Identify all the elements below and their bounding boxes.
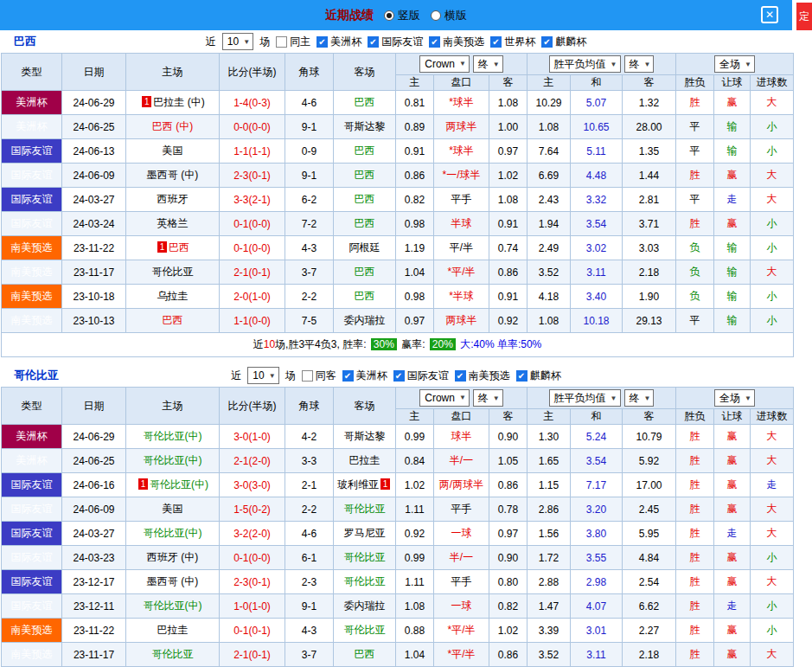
date-cell: 23-10-13 — [62, 309, 126, 333]
layout-radio-vertical[interactable]: 竖版 — [384, 8, 420, 23]
home-team-name[interactable]: 哥伦比亚 — [152, 266, 194, 278]
away-team-name[interactable]: 哥斯达黎 — [344, 120, 386, 132]
away-team-name[interactable]: 哥伦比亚 — [344, 575, 386, 587]
match-row: 国际友谊24-03-23西班牙 (中)0-1(0-0)6-1哥伦比亚0.99半/… — [2, 546, 794, 570]
col-let-result: 让球 — [714, 409, 751, 425]
competition-checkbox[interactable]: 国际友谊 — [393, 369, 449, 383]
away-team-name[interactable]: 巴西 — [355, 217, 375, 229]
away-team-name[interactable]: 哥伦比亚 — [344, 624, 386, 636]
avg-home-cell: 1.15 — [527, 473, 571, 497]
away-team-cell: 巴西 — [334, 188, 396, 212]
away-team-name[interactable]: 哥伦比亚 — [344, 551, 386, 563]
away-team-cell: 委内瑞拉 — [334, 594, 396, 619]
odds-stage-select[interactable]: 终▼ — [473, 55, 503, 73]
competition-checkbox[interactable]: 麒麟杯 — [541, 35, 586, 49]
away-team-name[interactable]: 委内瑞拉 — [344, 600, 386, 612]
score-cell: 2-1(2-0) — [220, 449, 285, 473]
home-team-name[interactable]: 西班牙 (中) — [147, 551, 198, 563]
competition-checkbox[interactable]: 麒麟杯 — [516, 369, 561, 383]
home-team-name[interactable]: 哥伦比亚(中) — [144, 454, 202, 466]
page-title: 近期战绩 — [325, 8, 374, 23]
close-icon[interactable]: ✕ — [761, 6, 778, 23]
away-team-name[interactable]: 巴拉圭 — [349, 454, 380, 466]
handicap-cell: 一球 — [434, 594, 489, 619]
home-team-name[interactable]: 哥伦比亚 — [152, 648, 194, 660]
same-venue-checkbox[interactable]: 同主 — [276, 35, 310, 49]
competition-type-cell: 国际友谊 — [2, 164, 62, 188]
chevron-down-icon: ▼ — [269, 372, 276, 380]
scope-select[interactable]: 全场▼ — [714, 55, 755, 73]
away-team-name[interactable]: 巴西 — [355, 290, 375, 302]
away-team-name[interactable]: 哥伦比亚 — [344, 503, 386, 515]
handicap-cell: 平手 — [434, 188, 489, 212]
goals-cell: 小 — [751, 309, 794, 333]
home-odds-cell: 1.11 — [396, 570, 434, 594]
competition-checkbox[interactable]: 世界杯 — [490, 35, 535, 49]
away-team-name[interactable]: 巴西 — [355, 144, 375, 157]
same-venue-checkbox[interactable]: 同客 — [302, 369, 336, 383]
away-team-cell: 哥伦比亚 — [334, 570, 396, 594]
avg-stage-select[interactable]: 终▼ — [624, 55, 655, 73]
checkbox-checked-icon — [316, 36, 328, 48]
away-odds-cell: 0.86 — [489, 260, 527, 285]
avg-away-cell: 10.79 — [623, 425, 676, 449]
home-team-name[interactable]: 哥伦比亚(中) — [144, 600, 202, 612]
home-team-name[interactable]: 巴拉圭 (中) — [153, 96, 204, 108]
result-cell: 胜 — [676, 522, 714, 546]
away-team-name[interactable]: 阿根廷 — [349, 241, 380, 253]
away-team-name[interactable]: 罗马尼亚 — [344, 527, 386, 539]
scope-select[interactable]: 全场▼ — [714, 389, 755, 407]
result-cell: 胜 — [676, 91, 714, 115]
layout-radio-horizontal[interactable]: 横版 — [431, 8, 467, 23]
side-floating-tab[interactable]: 定 — [796, 3, 812, 30]
match-count-select[interactable]: 10▼ — [247, 367, 278, 384]
competition-checkbox[interactable]: 南美预选 — [429, 35, 484, 49]
corner-cell: 6-2 — [285, 188, 334, 212]
avg-stage-select[interactable]: 终▼ — [624, 389, 655, 407]
home-team-name[interactable]: 哥伦比亚(中) — [144, 527, 202, 539]
away-team-name[interactable]: 巴西 — [355, 193, 375, 205]
avg-odds-select[interactable]: 胜平负均值▼ — [549, 55, 621, 73]
away-team-name[interactable]: 巴西 — [355, 96, 375, 108]
bookmaker-select[interactable]: Crown▼ — [419, 55, 470, 73]
home-team-name[interactable]: 美国 — [163, 144, 183, 157]
away-team-name[interactable]: 巴西 — [355, 169, 375, 181]
home-team-name[interactable]: 哥伦比亚(中) — [144, 430, 202, 442]
competition-type-cell: 国际友谊 — [2, 546, 62, 570]
home-team-name[interactable]: 巴西 — [163, 314, 183, 326]
goals-cell: 小 — [751, 285, 794, 309]
home-team-name[interactable]: 英格兰 — [157, 217, 189, 229]
home-team-name[interactable]: 巴西 — [169, 241, 189, 253]
odds-stage-select[interactable]: 终▼ — [473, 389, 503, 407]
match-count-select[interactable]: 10▼ — [222, 33, 253, 50]
home-team-name[interactable]: 乌拉圭 — [157, 290, 189, 302]
away-team-name[interactable]: 巴西 — [355, 266, 375, 278]
home-team-name[interactable]: 墨西哥 (中) — [147, 169, 198, 181]
home-team-name[interactable]: 墨西哥 (中) — [147, 575, 198, 587]
home-team-name[interactable]: 巴拉圭 — [157, 624, 189, 636]
checkbox-checked-icon — [342, 370, 354, 382]
avg-home-cell: 3.39 — [527, 619, 571, 643]
competition-checkbox[interactable]: 美洲杯 — [342, 369, 387, 383]
result-cell: 胜 — [676, 449, 714, 473]
bookmaker-select[interactable]: Crown▼ — [419, 389, 470, 407]
home-team-name[interactable]: 巴西 (中) — [152, 120, 193, 132]
away-team-name[interactable]: 玻利维亚 — [337, 478, 379, 491]
avg-odds-select[interactable]: 胜平负均值▼ — [549, 389, 621, 407]
home-odds-cell: 0.99 — [396, 546, 434, 570]
result-cell: 负 — [676, 285, 714, 309]
away-odds-cell: 0.82 — [489, 594, 527, 619]
result-cell: 胜 — [676, 619, 714, 643]
away-team-name[interactable]: 巴西 — [355, 648, 375, 660]
competition-checkbox[interactable]: 南美预选 — [455, 369, 510, 383]
handicap-result-cell: 赢 — [714, 546, 751, 570]
home-team-cell: 墨西哥 (中) — [126, 164, 220, 188]
avg-home-cell: 7.64 — [527, 139, 571, 164]
away-team-name[interactable]: 哥斯达黎 — [344, 430, 386, 442]
home-team-name[interactable]: 美国 — [163, 503, 183, 515]
away-team-name[interactable]: 委内瑞拉 — [344, 314, 386, 326]
competition-checkbox[interactable]: 国际友谊 — [368, 35, 423, 49]
home-team-name[interactable]: 西班牙 — [157, 193, 189, 205]
home-team-name[interactable]: 哥伦比亚(中) — [150, 478, 208, 491]
competition-checkbox[interactable]: 美洲杯 — [316, 35, 361, 49]
